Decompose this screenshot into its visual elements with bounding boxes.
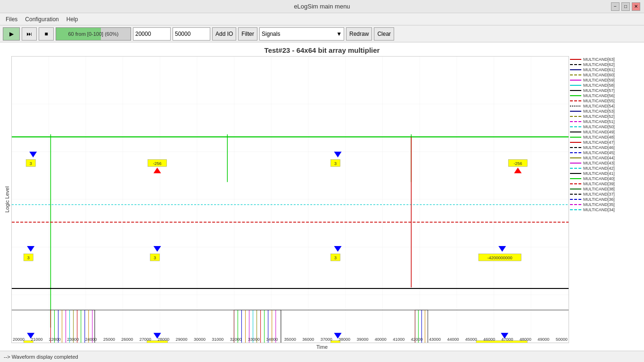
legend-label: MULTICAND[55] [583,99,615,103]
svg-text:3: 3 [334,161,337,166]
legend-label: MULTICAND[49] [583,130,615,134]
minimize-button[interactable]: − [611,2,619,11]
svg-text:3: 3 [30,161,32,166]
waveform-area[interactable]: 3 -256 3 -256 3 [11,56,569,343]
signals-dropdown-value: Signals [262,31,280,37]
legend-label: MULTICAND[40] [583,176,615,181]
legend-label: MULTICAND[63] [583,57,615,62]
x-axis-title: Time [0,343,644,351]
legend-label: MULTICAND[41] [583,171,615,176]
legend-item: MULTICAND[50] [570,124,641,129]
legend-label: MULTICAND[57] [583,88,615,93]
redraw-button[interactable]: Redraw [346,27,372,41]
menu-files[interactable]: Files [2,15,21,24]
legend-label: MULTICAND[48] [583,135,615,140]
chart-title: Test#23 - 64x64 bit array multiplier [0,42,644,56]
svg-text:3: 3 [154,255,156,260]
clear-button[interactable]: Clear [374,27,394,41]
svg-text:-256: -256 [153,161,162,166]
legend-item: MULTICAND[55] [570,99,641,103]
legend-label: MULTICAND[44] [583,156,615,160]
legend-item: MULTICAND[42] [570,166,641,171]
legend-label: MULTICAND[43] [583,161,615,165]
legend-label: MULTICAND[61] [583,67,615,72]
legend-item: MULTICAND[51] [570,119,641,124]
stop-button[interactable]: ■ [39,27,54,41]
x-axis-labels: 20000 21000 22000 23000 24000 25000 2600… [12,337,569,342]
svg-rect-2 [12,57,569,343]
progress-bar: 60 from [0-100] (60%) [56,27,131,41]
legend-label: MULTICAND[37] [583,192,615,197]
legend-label: MULTICAND[45] [583,150,615,155]
legend-label: MULTICAND[59] [583,78,615,82]
legend-item: MULTICAND[40] [570,176,641,181]
legend-label: MULTICAND[38] [583,187,615,191]
legend-item: MULTICAND[34] [570,207,641,212]
maximize-button[interactable]: □ [621,2,630,11]
legend-item: MULTICAND[57] [570,88,641,93]
filter-button[interactable]: Filter [238,27,257,41]
legend-label: MULTICAND[60] [583,73,615,77]
legend-label: MULTICAND[62] [583,62,615,67]
status-bar: --> Waveform display completed [0,351,644,362]
legend-item: MULTICAND[45] [570,150,641,155]
svg-text:1075200000000: 1075200000000 [487,342,517,343]
legend-area: MULTICAND[63]MULTICAND[62]MULTICAND[61]M… [569,56,642,343]
legend-item: MULTICAND[47] [570,140,641,145]
legend-item: MULTICAND[60] [570,73,641,77]
main-content: Test#23 - 64x64 bit array multiplier Log… [0,42,644,351]
legend-item: MULTICAND[36] [570,197,641,202]
y-axis-label: Logic Level [2,56,11,343]
start-time-input[interactable] [133,27,171,41]
legend-item: MULTICAND[52] [570,114,641,119]
legend-label: MULTICAND[56] [583,93,615,98]
legend-label: MULTICAND[53] [583,109,615,114]
app-title: eLogSim main menu [294,3,350,10]
chart-container: Logic Level [0,56,644,343]
signals-dropdown[interactable]: Signals ▼ [259,27,344,41]
legend-label: MULTICAND[46] [583,145,615,150]
menu-help[interactable]: Help [63,15,82,24]
play-button[interactable]: ▶ [3,27,20,41]
menu-configuration[interactable]: Configuration [21,15,62,24]
legend-label: MULTICAND[36] [583,197,615,202]
legend-item: MULTICAND[49] [570,130,641,134]
status-text: --> Waveform display completed [4,354,78,360]
legend-label: MULTICAND[42] [583,166,615,171]
legend-item: MULTICAND[43] [570,161,641,165]
svg-text:9: 9 [27,342,30,343]
legend-item: MULTICAND[37] [570,192,641,197]
menu-bar: Files Configuration Help [0,13,644,25]
legend-label: MULTICAND[58] [583,83,615,88]
svg-text:3: 3 [27,255,30,260]
svg-text:3: 3 [334,255,337,260]
legend-label: MULTICAND[52] [583,114,615,119]
svg-text:-256: -256 [513,161,522,166]
end-time-input[interactable] [173,27,210,41]
svg-text:-4200000000: -4200000000 [487,255,512,260]
chevron-down-icon: ▼ [336,31,342,37]
step-button[interactable]: ⏭ [22,27,37,41]
close-button[interactable]: ✕ [632,2,640,11]
svg-text:-768: -768 [153,342,162,343]
legend-item: MULTICAND[53] [570,109,641,114]
legend-item: MULTICAND[39] [570,181,641,186]
legend-item: MULTICAND[48] [570,135,641,140]
legend-item: MULTICAND[61] [570,67,641,72]
legend-item: MULTICAND[46] [570,145,641,150]
legend-item: MULTICAND[54] [570,104,641,108]
legend-label: MULTICAND[51] [583,119,615,124]
svg-text:9: 9 [334,342,337,343]
window-controls: − □ ✕ [611,2,640,11]
legend-label: MULTICAND[35] [583,202,615,207]
legend-item: MULTICAND[35] [570,202,641,207]
legend-item: MULTICAND[41] [570,171,641,176]
legend-item: MULTICAND[44] [570,156,641,160]
legend-item: MULTICAND[38] [570,187,641,191]
legend-label: MULTICAND[54] [583,104,615,108]
waveform-svg: 3 -256 3 -256 3 [12,57,569,343]
legend-label: MULTICAND[50] [583,124,615,129]
legend-label: MULTICAND[34] [583,207,615,212]
add-io-button[interactable]: Add IO [212,27,236,41]
legend-item: MULTICAND[59] [570,78,641,82]
